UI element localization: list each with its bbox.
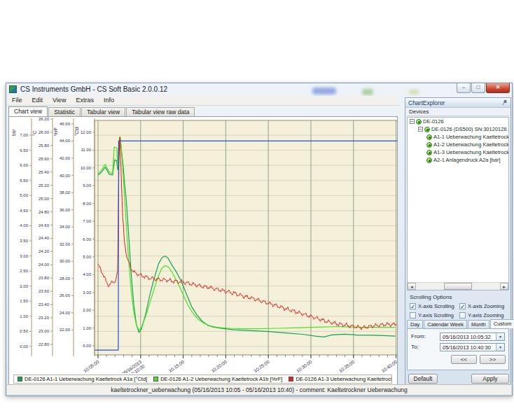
chevron-down-icon[interactable]: ▼ [496,333,504,340]
x-axis: 10:05:0005/16/201310:10:0010:15:0010:20:… [83,355,397,373]
range-tab-custom[interactable]: Custom [490,319,514,328]
svg-text:12.00: 12.00 [81,130,92,134]
svg-text:10:20:00: 10:20:00 [210,359,228,373]
svg-text:0.50: 0.50 [20,329,28,333]
status-bar: kaeltetrockner_ueberwachung (05/16/2013 … [7,384,511,394]
channel-icon [424,127,430,132]
checkbox-label: Y-axis Zooming [468,312,503,318]
maximize-button[interactable]: □ [471,83,485,93]
channel-dot-icon [426,129,429,131]
scrolling-options-label: Scrolling Options [410,294,452,300]
svg-text:7.00: 7.00 [83,219,91,223]
chart-panel: 10:05:0005/16/201310:10:0010:15:0010:20:… [8,116,398,387]
range-tab-day[interactable]: Day [407,320,423,328]
axis-unit-label: %rF [53,127,58,136]
svg-text:26.20: 26.20 [39,117,50,121]
svg-text:38.00: 38.00 [60,190,71,195]
menu-item-edit[interactable]: Edit [27,96,48,105]
svg-text:10:05:00: 10:05:00 [83,359,100,373]
next-range-button[interactable]: >> [480,355,506,364]
svg-text:32.00: 32.00 [60,242,71,246]
legend-swatch [153,377,158,382]
tree-item[interactable]: −DE-0126 [408,118,508,125]
plot-area[interactable] [95,120,397,355]
svg-text:34.00: 34.00 [60,225,71,229]
svg-text:42.00: 42.00 [60,156,71,160]
from-label: From: [411,333,426,340]
tree-item[interactable]: A2-1 Anlagendruck A2a [bar] [408,156,508,164]
svg-text:7.00: 7.00 [20,133,28,137]
svg-text:11.00: 11.00 [81,148,91,152]
tree-item[interactable]: −DE-0126 (DS500) SN:30120126 HW:1.40 SW [408,125,508,133]
tab-tabular-view-raw-data[interactable]: Tabular view raw data [126,107,195,116]
svg-text:1.00: 1.00 [20,314,28,318]
svg-text:46.00: 46.00 [60,122,71,126]
range-tab-month[interactable]: Month [468,320,489,328]
x-tick-label: 10:35:00 [338,359,356,373]
menu-item-view[interactable]: View [48,96,71,105]
menu-item-file[interactable]: File [7,96,27,105]
tab-tabular-view[interactable]: Tabular view [81,107,125,116]
checkbox-row-x-axis-zooming[interactable]: ✓X-axis Zooming [459,302,509,311]
tree-item[interactable]: A1-3 Ueberwachung Kaeltetrock A1c [°C] [408,148,508,156]
legend-label: DE-0126 A1-2 Ueberwachung Kaeltetrock A1… [160,376,282,382]
svg-text:24.60: 24.60 [39,223,50,227]
checkbox-icon[interactable]: ✓ [459,303,466,309]
chevron-down-icon[interactable]: ▼ [496,344,504,351]
y-axis-Ctd: 0.001.002.003.004.005.006.007.008.009.00… [74,118,95,356]
svg-text:1.50: 1.50 [20,299,28,303]
document-tab-bar: Chart viewStatisticTabular viewTabular v… [8,106,195,116]
from-datetime-combo[interactable]: 05/16/2013 10:05:32 ▼ [440,332,505,341]
tab-chart-view[interactable]: Chart view [8,106,48,116]
previous-range-button[interactable]: << [451,355,477,364]
channel-dot-icon [429,136,431,139]
svg-text:5.00: 5.00 [20,193,28,197]
legend-item: DE-0126 A1-1 Ueberwachung Kaeltetrock A1… [18,376,147,382]
checkbox-row-x-axis-scrolling[interactable]: ✓X-axis Scrolling [410,302,459,311]
menu-item-extras[interactable]: Extras [71,96,99,105]
tree-horizontal-scrollbar[interactable]: ◄ ► [408,282,508,290]
tree-item-label: A1-3 Ueberwachung Kaeltetrock A1c [°C] [433,149,508,155]
chart[interactable]: 10:05:0005/16/201310:10:0010:15:0010:20:… [9,117,397,376]
tree-item-label: A2-1 Anlagendruck A2a [bar] [433,157,500,163]
range-tab-calendar-week[interactable]: Calendar Week [424,320,467,328]
checkbox-icon[interactable] [459,312,466,318]
channel-dot-icon [429,160,431,162]
scroll-right-icon[interactable]: ► [500,283,508,290]
minimize-button[interactable]: – [457,83,471,93]
scroll-left-icon[interactable]: ◄ [408,283,416,290]
scrollbar-thumb[interactable] [444,283,473,290]
to-datetime-combo[interactable]: 05/16/2013 10:40:30 ▼ [440,343,505,351]
menu-item-info[interactable]: Info [99,96,119,105]
x-tick-label: 10:30:00 [296,359,313,373]
desktop-artifact [312,88,336,94]
range-tab-bar: DayCalendar WeekMonthCustom [407,319,509,328]
desktop: { "window": { "title": "CS Instruments G… [0,0,514,420]
desktop-artifact [362,89,373,95]
svg-text:9.00: 9.00 [83,183,91,188]
chart-explorer-header[interactable]: ChartExplorer [405,98,510,108]
apply-button[interactable]: Apply [471,374,509,384]
tree-expander-icon[interactable]: − [410,119,415,124]
device-tree: −DE-0126−DE-0126 (DS500) SN:30120126 HW:… [407,117,509,290]
pin-icon[interactable] [501,99,508,106]
svg-text:25.20: 25.20 [39,183,50,188]
checkbox-icon[interactable]: ✓ [410,303,416,309]
title-bar[interactable]: CS Instruments GmbH - CS Soft Basic 2.0.… [6,83,512,96]
tab-statistic[interactable]: Statistic [48,107,81,116]
tree-expander-icon[interactable]: − [418,127,423,132]
svg-text:10:30:00: 10:30:00 [296,359,313,373]
legend-swatch [18,377,22,382]
device-tree-rows: −DE-0126−DE-0126 (DS500) SN:30120126 HW:… [408,118,508,164]
y-axis-rF: 22.0024.0026.0028.0030.0032.0034.0036.00… [53,118,74,356]
close-button[interactable]: ✕ [486,83,510,93]
checkbox-icon[interactable] [410,312,416,318]
tree-item[interactable]: A1-2 Ueberwachung Kaeltetrock A1b [%rF] [408,141,508,148]
x-tick-label: 10:20:00 [210,359,228,373]
tree-item-label: DE-0126 (DS500) SN:30120126 HW:1.40 SW [431,126,508,132]
svg-text:10:25:00: 10:25:00 [253,359,270,373]
scrollbar-track[interactable] [416,283,500,290]
app-icon [9,85,17,93]
tree-item[interactable]: A1-1 Ueberwachung Kaeltetrock A1a [°Ctd] [408,133,508,141]
default-button[interactable]: Default [408,374,438,384]
